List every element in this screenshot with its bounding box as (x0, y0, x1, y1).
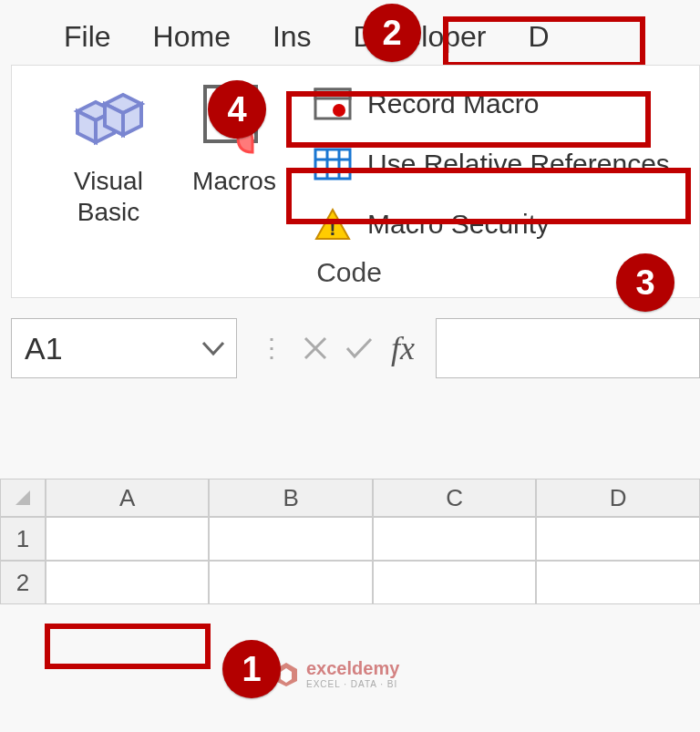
highlight-box-developer-tab (443, 16, 645, 67)
formula-input[interactable] (436, 318, 700, 378)
select-all-button[interactable] (0, 479, 46, 517)
cell-c2[interactable] (373, 561, 537, 604)
insert-function-button[interactable]: fx (385, 320, 421, 376)
fx-icon: fx (391, 329, 415, 367)
svg-marker-22 (15, 490, 30, 505)
visual-basic-label: Visual Basic (74, 166, 143, 227)
watermark: exceldemy EXCEL · DATA · BI (273, 658, 399, 689)
check-icon (345, 335, 374, 361)
spreadsheet-grid: A B C D 1 2 (0, 479, 700, 604)
row-header-1[interactable]: 1 (0, 517, 46, 561)
cell-a2[interactable] (46, 561, 210, 604)
watermark-name: exceldemy (306, 658, 399, 678)
cell-b1[interactable] (209, 517, 373, 561)
annotation-marker-4: 4 (208, 80, 266, 139)
tab-home[interactable]: Home (153, 20, 231, 54)
visual-basic-button[interactable]: Visual Basic (54, 78, 163, 227)
cancel-button[interactable] (297, 320, 334, 376)
highlight-box-cell-a1 (45, 624, 211, 669)
cell-d2[interactable] (536, 561, 700, 604)
column-header-a[interactable]: A (46, 479, 210, 517)
annotation-marker-3: 3 (616, 253, 674, 312)
name-box-value: A1 (25, 331, 63, 366)
row-header-2[interactable]: 2 (0, 561, 46, 604)
annotation-marker-2: 2 (363, 4, 421, 62)
highlight-box-record-macro (286, 91, 651, 148)
formula-bar: A1 ⋮ fx (11, 318, 700, 378)
name-box[interactable]: A1 (11, 318, 237, 378)
x-icon (302, 335, 329, 362)
ribbon-group-label: Code (54, 250, 681, 288)
tab-file[interactable]: File (64, 20, 111, 54)
annotation-marker-1: 1 (222, 640, 281, 698)
highlight-box-relative-refs (286, 168, 691, 224)
column-header-b[interactable]: B (209, 479, 373, 517)
tab-insert[interactable]: Ins (273, 20, 312, 54)
visual-basic-icon (70, 78, 147, 160)
column-header-c[interactable]: C (373, 479, 537, 517)
macros-label: Macros (192, 166, 276, 197)
enter-button[interactable] (341, 320, 377, 376)
column-header-d[interactable]: D (536, 479, 700, 517)
cell-a1[interactable] (46, 517, 210, 561)
cell-b2[interactable] (209, 561, 373, 604)
watermark-sub: EXCEL · DATA · BI (306, 679, 399, 689)
cell-c1[interactable] (373, 517, 537, 561)
more-icon[interactable]: ⋮ (253, 320, 290, 376)
cell-d1[interactable] (536, 517, 700, 561)
chevron-down-icon[interactable] (201, 339, 225, 357)
